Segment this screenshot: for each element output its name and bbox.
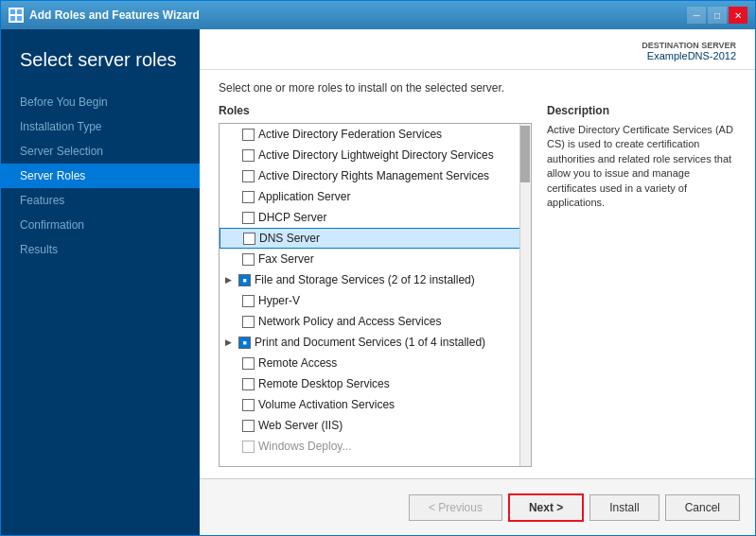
role-item-ad-rms[interactable]: Active Directory Rights Management Servi…	[220, 165, 531, 186]
sidebar-nav: Before You Begin Installation Type Serve…	[1, 90, 200, 262]
role-label-dns: DNS Server	[259, 232, 524, 245]
sidebar-item-server-selection[interactable]: Server Selection	[1, 139, 200, 164]
checkbox-vol-act[interactable]	[242, 399, 255, 411]
role-item-ad-fs[interactable]: Active Directory Federation Services	[220, 124, 531, 145]
role-item-dhcp[interactable]: DHCP Server	[220, 207, 531, 228]
checkbox-fax[interactable]	[242, 253, 255, 266]
maximize-button[interactable]: □	[708, 7, 727, 24]
role-label-win-deploy: Windows Deploy...	[258, 440, 525, 453]
previous-button[interactable]: < Previous	[409, 494, 502, 521]
svg-rect-0	[10, 9, 15, 14]
role-label-rds: Remote Desktop Services	[258, 377, 525, 390]
checkbox-rds[interactable]	[242, 378, 255, 390]
next-button[interactable]: Next >	[508, 493, 584, 522]
role-label-remote-access: Remote Access	[258, 356, 525, 370]
role-label-app-server: Application Server	[258, 190, 525, 203]
destination-server-info: DESTINATION SERVER ExampleDNS-2012	[642, 41, 736, 61]
expand-icon-print-doc[interactable]: ▶	[221, 336, 235, 349]
roles-list[interactable]: Active Directory Federation Services Act…	[219, 123, 532, 467]
checkbox-web-server[interactable]	[242, 420, 255, 432]
footer: < Previous Next > Install Cancel	[200, 478, 755, 535]
role-label-ad-lds: Active Directory Lightweight Directory S…	[258, 148, 525, 162]
main-window: Add Roles and Features Wizard ─ □ ✕ Sele…	[0, 0, 756, 536]
role-label-ad-fs: Active Directory Federation Services	[258, 128, 525, 141]
scrollbar-track	[519, 124, 531, 466]
main-header: DESTINATION SERVER ExampleDNS-2012	[200, 29, 755, 70]
checkbox-nps[interactable]	[242, 316, 255, 328]
checkbox-dns[interactable]	[243, 233, 255, 245]
expand-icon-remote-access	[225, 356, 238, 370]
role-item-file-storage[interactable]: ▶ File and Storage Services (2 of 12 ins…	[220, 269, 531, 290]
title-bar: Add Roles and Features Wizard ─ □ ✕	[1, 1, 755, 29]
checkbox-dhcp[interactable]	[242, 212, 255, 224]
instruction-text: Select one or more roles to install on t…	[219, 81, 736, 95]
two-column-layout: Roles Active Directo	[219, 104, 736, 467]
expand-icon-rds	[225, 377, 238, 390]
sidebar-title: Select server roles	[1, 48, 200, 90]
window-controls: ─ □ ✕	[687, 7, 747, 24]
expand-icon-fax	[225, 252, 238, 266]
svg-rect-2	[10, 16, 15, 21]
expand-icon-dns	[226, 232, 239, 245]
expand-icon-vol-act	[225, 398, 238, 411]
checkbox-win-deploy[interactable]	[242, 441, 255, 453]
role-item-web-server[interactable]: Web Server (IIS)	[220, 415, 531, 436]
sidebar-item-before-you-begin[interactable]: Before You Begin	[1, 90, 200, 114]
roles-header: Roles	[219, 104, 532, 117]
role-label-fax: Fax Server	[258, 252, 525, 266]
role-item-print-doc[interactable]: ▶ Print and Document Services (1 of 4 in…	[220, 332, 531, 353]
description-text: Active Directory Certificate Services (A…	[547, 123, 736, 210]
sidebar: Select server roles Before You Begin Ins…	[1, 29, 200, 535]
expand-icon-file-storage[interactable]: ▶	[221, 273, 235, 286]
sidebar-item-installation-type[interactable]: Installation Type	[1, 114, 200, 139]
title-bar-left: Add Roles and Features Wizard	[9, 8, 200, 23]
role-label-dhcp: DHCP Server	[258, 211, 525, 224]
role-label-vol-act: Volume Activation Services	[258, 398, 525, 411]
sidebar-item-results[interactable]: Results	[1, 237, 200, 262]
role-item-nps[interactable]: Network Policy and Access Services	[220, 311, 531, 332]
expand-icon-ad-fs	[225, 128, 238, 141]
window-icon	[9, 8, 24, 23]
description-column: Description Active Directory Certificate…	[547, 104, 736, 467]
role-item-vol-act[interactable]: Volume Activation Services	[220, 394, 531, 415]
expand-icon-web-server	[225, 419, 238, 432]
main-content: DESTINATION SERVER ExampleDNS-2012 Selec…	[200, 29, 755, 535]
role-item-win-deploy[interactable]: Windows Deploy...	[220, 436, 531, 457]
role-item-fax[interactable]: Fax Server	[220, 249, 531, 269]
description-header: Description	[547, 104, 736, 117]
window-title: Add Roles and Features Wizard	[29, 9, 200, 22]
role-item-app-server[interactable]: Application Server	[220, 186, 531, 207]
checkbox-hyper-v[interactable]	[242, 295, 255, 307]
checkbox-print-doc[interactable]	[238, 337, 251, 349]
role-label-web-server: Web Server (IIS)	[258, 419, 525, 432]
close-button[interactable]: ✕	[729, 7, 747, 24]
role-item-rds[interactable]: Remote Desktop Services	[220, 373, 531, 394]
role-item-dns[interactable]: DNS Server	[220, 228, 531, 249]
checkbox-app-server[interactable]	[242, 191, 255, 203]
sidebar-item-features[interactable]: Features	[1, 188, 200, 213]
role-item-ad-lds[interactable]: Active Directory Lightweight Directory S…	[220, 145, 531, 165]
expand-icon-dhcp	[225, 211, 238, 224]
install-button[interactable]: Install	[589, 494, 659, 521]
checkbox-file-storage[interactable]	[238, 274, 251, 286]
checkbox-ad-rms[interactable]	[242, 170, 255, 182]
checkbox-ad-lds[interactable]	[242, 149, 255, 162]
sidebar-item-server-roles[interactable]: Server Roles	[1, 164, 200, 188]
role-label-print-doc: Print and Document Services (1 of 4 inst…	[255, 336, 525, 349]
cancel-button[interactable]: Cancel	[665, 494, 740, 521]
main-body: Select one or more roles to install on t…	[200, 70, 755, 478]
checkbox-ad-fs[interactable]	[242, 129, 255, 141]
expand-icon-app-server	[225, 190, 238, 203]
scrollbar-thumb[interactable]	[520, 126, 530, 182]
sidebar-item-confirmation[interactable]: Confirmation	[1, 213, 200, 237]
minimize-button[interactable]: ─	[687, 7, 706, 24]
role-item-hyper-v[interactable]: Hyper-V	[220, 290, 531, 311]
checkbox-remote-access[interactable]	[242, 357, 255, 370]
expand-icon-hyper-v	[225, 294, 238, 307]
svg-rect-3	[17, 16, 22, 21]
expand-icon-ad-lds	[225, 148, 238, 162]
role-label-nps: Network Policy and Access Services	[258, 315, 525, 328]
role-label-hyper-v: Hyper-V	[258, 294, 525, 307]
roles-column: Roles Active Directo	[219, 104, 532, 467]
role-item-remote-access[interactable]: Remote Access	[220, 353, 531, 373]
